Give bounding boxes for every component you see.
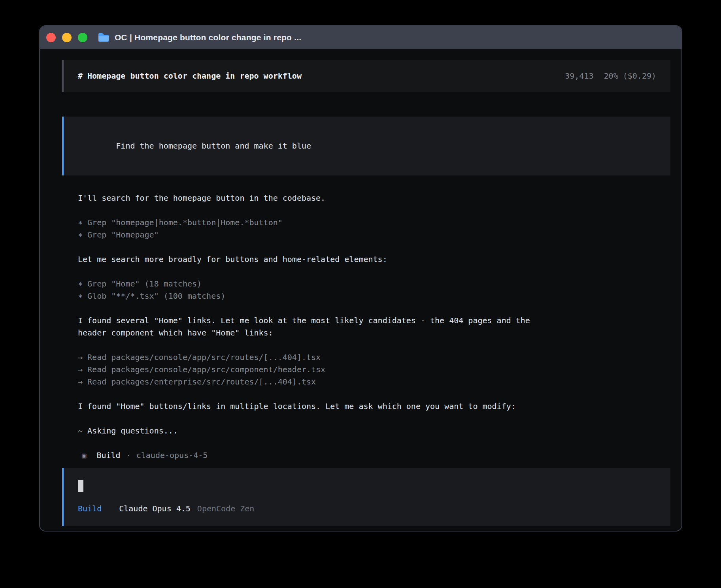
assistant-paragraph: I found several "Home" links. Let me loo… — [78, 315, 548, 339]
assistant-status: ~ Asking questions... — [78, 425, 670, 437]
terminal-content: # Homepage button color change in repo w… — [40, 49, 681, 531]
context-usage: 20% ($0.29) — [604, 70, 656, 82]
tool-call-line: → Read packages/enterprise/src/routes/[.… — [78, 376, 670, 388]
model-provider-label: OpenCode Zen — [197, 503, 255, 515]
token-count: 39,413 — [565, 70, 593, 82]
assistant-paragraph: Let me search more broadly for buttons a… — [78, 253, 670, 266]
agent-separator: · — [126, 449, 131, 462]
window-title: OC | Homepage button color change in rep… — [115, 33, 301, 42]
active-agent-label: Build — [78, 503, 102, 515]
agent-icon: ▣ — [78, 449, 86, 462]
assistant-paragraph: I'll search for the homepage button in t… — [78, 192, 670, 204]
tool-call-group: ∗ Grep "homepage|home.*button|Home.*butt… — [78, 217, 670, 241]
assistant-response: I'll search for the homepage button in t… — [62, 192, 670, 462]
traffic-lights — [46, 33, 87, 42]
user-message-text: Find the homepage button and make it blu… — [116, 141, 311, 151]
close-button[interactable] — [46, 33, 56, 42]
prompt-input[interactable]: Build Claude Opus 4.5 OpenCode Zen — [62, 468, 670, 526]
agent-model: claude-opus-4-5 — [136, 449, 208, 462]
titlebar[interactable]: OC | Homepage button color change in rep… — [40, 26, 681, 49]
session-title: # Homepage button color change in repo w… — [78, 70, 302, 82]
tool-call-line: ∗ Glob "**/*.tsx" (100 matches) — [78, 290, 670, 302]
session-header: # Homepage button color change in repo w… — [62, 60, 670, 92]
minimize-button[interactable] — [62, 33, 72, 42]
tool-call-group: ∗ Grep "Home" (18 matches) ∗ Glob "**/*.… — [78, 278, 670, 302]
assistant-paragraph: I found "Home" buttons/links in multiple… — [78, 400, 670, 413]
zoom-button[interactable] — [78, 33, 87, 42]
tool-call-line: ∗ Grep "Homepage" — [78, 229, 670, 241]
agent-name: Build — [96, 449, 120, 462]
tool-call-line: → Read packages/console/app/src/routes/[… — [78, 351, 670, 364]
session-stats: 39,413 20% ($0.29) — [565, 70, 656, 82]
input-status-line: Build Claude Opus 4.5 OpenCode Zen — [78, 503, 656, 515]
text-cursor — [78, 480, 83, 492]
opencode-terminal-window: OC | Homepage button color change in rep… — [39, 25, 682, 531]
user-message: Find the homepage button and make it blu… — [62, 117, 670, 175]
tool-call-line: ∗ Grep "Home" (18 matches) — [78, 278, 670, 290]
tool-call-line: → Read packages/console/app/src/componen… — [78, 364, 670, 376]
tool-call-line: ∗ Grep "homepage|home.*button|Home.*butt… — [78, 217, 670, 229]
folder-icon — [98, 32, 109, 43]
input-line — [78, 480, 656, 492]
agent-status-line: ▣ Build · claude-opus-4-5 — [78, 449, 670, 462]
active-model-label: Claude Opus 4.5 — [119, 503, 191, 515]
tool-call-group: → Read packages/console/app/src/routes/[… — [78, 351, 670, 388]
